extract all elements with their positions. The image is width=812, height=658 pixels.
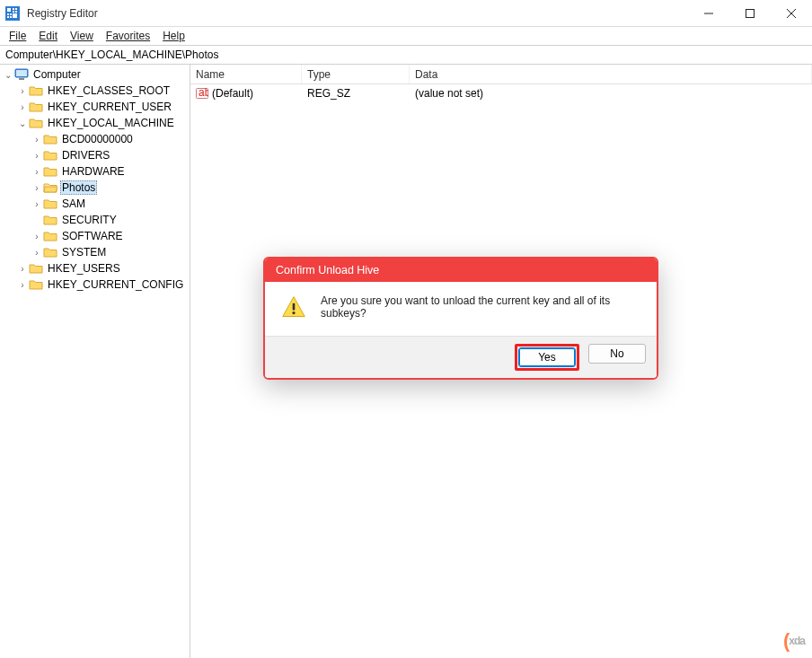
tree-item-computer[interactable]: ⌄ Computer (0, 66, 190, 83)
folder-icon (29, 262, 43, 275)
menu-view[interactable]: View (65, 29, 99, 43)
dialog-buttons: Yes No (265, 336, 657, 378)
expand-icon[interactable]: › (16, 102, 29, 112)
folder-icon (43, 230, 57, 242)
window-controls (688, 0, 812, 26)
address-bar (0, 45, 812, 65)
dialog-message: Are you sure you want to unload the curr… (321, 294, 640, 320)
value-type: REG_SZ (302, 84, 410, 102)
tree-label: HKEY_CURRENT_USER (46, 101, 173, 113)
expand-icon[interactable]: › (31, 183, 43, 193)
folder-open-icon (43, 181, 57, 194)
tree-label: HKEY_LOCAL_MACHINE (46, 117, 176, 129)
svg-rect-5 (15, 11, 17, 13)
folder-icon (43, 246, 57, 259)
tree-item-system[interactable]: › SYSTEM (0, 244, 190, 260)
menu-favorites[interactable]: Favorites (101, 29, 155, 43)
expand-icon[interactable]: › (16, 280, 29, 290)
window-title: Registry Editor (27, 7, 688, 20)
string-value-icon: ab (196, 87, 208, 100)
expand-icon[interactable]: › (31, 232, 43, 241)
svg-rect-10 (10, 16, 12, 18)
expand-collapse-icon[interactable]: ⌄ (16, 118, 29, 128)
minimize-button[interactable] (688, 0, 729, 26)
tree-label: Computer (31, 68, 83, 81)
tree-item-hardware[interactable]: › HARDWARE (0, 163, 190, 180)
tree-item-hkcc[interactable]: › HKEY_CURRENT_CONFIG (0, 276, 190, 293)
expand-icon[interactable]: › (31, 167, 43, 177)
menu-edit[interactable]: Edit (33, 29, 63, 43)
tree-item-hku[interactable]: › HKEY_USERS (0, 260, 190, 276)
folder-icon (29, 84, 43, 97)
column-data[interactable]: Data (410, 65, 812, 83)
tree-item-bcd[interactable]: › BCD00000000 (0, 131, 190, 147)
dialog-title: Confirm Unload Hive (265, 259, 657, 282)
tree-label: HKEY_CLASSES_ROOT (46, 84, 172, 97)
svg-rect-3 (15, 8, 17, 10)
tree-item-hklm[interactable]: ⌄ HKEY_LOCAL_MACHINE (0, 115, 190, 131)
warning-icon (281, 294, 306, 320)
svg-rect-4 (13, 11, 14, 13)
menu-help[interactable]: Help (157, 29, 190, 43)
expand-icon[interactable]: › (31, 248, 43, 258)
tree-item-photos[interactable]: › Photos (0, 180, 190, 196)
tree-item-sam[interactable]: › SAM (0, 196, 190, 212)
value-row[interactable]: ab (Default) REG_SZ (value not set) (190, 84, 812, 102)
svg-point-21 (292, 311, 295, 314)
expand-collapse-icon[interactable]: ⌄ (2, 70, 14, 80)
address-input[interactable] (5, 48, 807, 61)
folder-icon (29, 117, 43, 129)
svg-rect-12 (746, 9, 755, 17)
tree-item-software[interactable]: › SOFTWARE (0, 228, 190, 244)
tree-label: SECURITY (60, 214, 119, 226)
tree-item-hkcu[interactable]: › HKEY_CURRENT_USER (0, 99, 190, 115)
yes-highlight: Yes (515, 344, 579, 371)
svg-rect-17 (19, 78, 24, 80)
tree-label: SOFTWARE (60, 230, 125, 242)
watermark: (xda (783, 629, 805, 653)
app-icon (5, 6, 20, 21)
svg-rect-6 (7, 13, 9, 15)
tree-item-drivers[interactable]: › DRIVERS (0, 147, 190, 163)
svg-rect-9 (7, 16, 9, 18)
svg-rect-7 (10, 13, 12, 15)
value-name: (Default) (212, 87, 253, 100)
expand-icon[interactable]: › (31, 151, 43, 161)
folder-icon (29, 101, 43, 113)
tree-label-selected: Photos (60, 180, 97, 195)
expand-icon[interactable]: › (16, 264, 29, 274)
expand-icon[interactable]: › (31, 199, 43, 209)
expand-icon[interactable]: › (16, 86, 29, 96)
svg-rect-1 (7, 8, 11, 12)
yes-button[interactable]: Yes (518, 347, 576, 367)
tree-label: HKEY_CURRENT_CONFIG (46, 278, 185, 291)
dialog-body: Are you sure you want to unload the curr… (265, 282, 657, 336)
tree-pane[interactable]: ⌄ Computer › HKEY_CLASSES_ROOT › HKEY_CU… (0, 65, 190, 658)
no-button[interactable]: No (588, 344, 646, 364)
svg-rect-8 (13, 13, 17, 18)
titlebar: Registry Editor (0, 0, 812, 27)
tree-item-hkcr[interactable]: › HKEY_CLASSES_ROOT (0, 83, 190, 99)
column-name[interactable]: Name (190, 65, 302, 83)
tree-label: DRIVERS (60, 149, 111, 162)
value-name-cell: ab (Default) (190, 84, 302, 102)
tree-label: SYSTEM (60, 246, 108, 259)
value-data: (value not set) (410, 84, 812, 102)
svg-rect-20 (293, 303, 296, 311)
expand-icon[interactable]: › (31, 135, 43, 145)
folder-icon (29, 278, 43, 291)
tree-label: BCD00000000 (60, 133, 135, 145)
folder-icon (43, 197, 57, 210)
menubar: File Edit View Favorites Help (0, 27, 812, 45)
svg-rect-16 (16, 70, 27, 76)
folder-icon (43, 165, 57, 178)
expand-icon-empty: › (31, 215, 43, 225)
folder-icon (43, 133, 57, 145)
column-type[interactable]: Type (302, 65, 410, 83)
maximize-button[interactable] (729, 0, 771, 26)
menu-file[interactable]: File (4, 29, 31, 43)
svg-text:ab: ab (199, 87, 208, 99)
tree-label: HKEY_USERS (46, 262, 122, 275)
tree-item-security[interactable]: › SECURITY (0, 212, 190, 228)
close-button[interactable] (771, 0, 812, 26)
